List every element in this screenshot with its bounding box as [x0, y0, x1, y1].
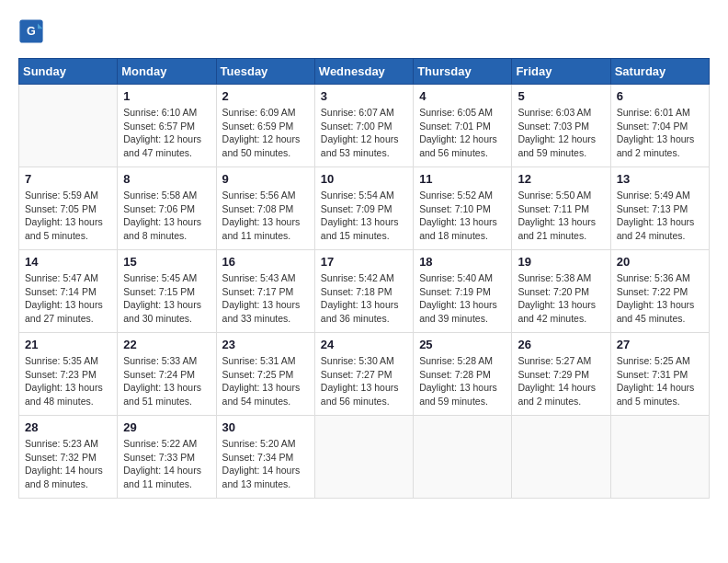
day-number: 13 — [617, 172, 703, 186]
day-number: 2 — [222, 89, 309, 103]
calendar-cell: 4Sunrise: 6:05 AMSunset: 7:01 PMDaylight… — [414, 85, 512, 167]
week-row-2: 7Sunrise: 5:59 AMSunset: 7:05 PMDaylight… — [19, 167, 710, 250]
calendar-cell: 16Sunrise: 5:43 AMSunset: 7:17 PMDayligh… — [216, 250, 314, 333]
day-info: Sunrise: 5:47 AMSunset: 7:14 PMDaylight:… — [25, 271, 111, 326]
column-header-monday: Monday — [118, 59, 216, 85]
day-number: 20 — [617, 255, 703, 269]
calendar-cell: 12Sunrise: 5:50 AMSunset: 7:11 PMDayligh… — [512, 167, 610, 250]
day-info: Sunrise: 6:05 AMSunset: 7:01 PMDaylight:… — [419, 106, 506, 160]
calendar-cell: 11Sunrise: 5:52 AMSunset: 7:10 PMDayligh… — [414, 167, 512, 250]
day-number: 29 — [123, 420, 210, 434]
day-number: 28 — [25, 420, 111, 434]
day-number: 15 — [123, 255, 210, 269]
logo-icon: G — [18, 18, 44, 44]
calendar-cell: 13Sunrise: 5:49 AMSunset: 7:13 PMDayligh… — [610, 167, 709, 250]
day-number: 26 — [518, 338, 604, 351]
calendar-cell: 14Sunrise: 5:47 AMSunset: 7:14 PMDayligh… — [19, 250, 118, 333]
calendar-cell: 15Sunrise: 5:45 AMSunset: 7:15 PMDayligh… — [118, 250, 216, 333]
day-info: Sunrise: 5:42 AMSunset: 7:18 PMDaylight:… — [321, 271, 407, 326]
day-number: 18 — [419, 255, 506, 269]
day-info: Sunrise: 5:40 AMSunset: 7:19 PMDaylight:… — [419, 271, 506, 326]
page-header: G — [18, 18, 710, 44]
day-info: Sunrise: 6:10 AMSunset: 6:57 PMDaylight:… — [123, 106, 210, 160]
day-info: Sunrise: 5:58 AMSunset: 7:06 PMDaylight:… — [123, 189, 210, 243]
calendar-cell: 6Sunrise: 6:01 AMSunset: 7:04 PMDaylight… — [610, 85, 709, 167]
calendar-cell: 22Sunrise: 5:33 AMSunset: 7:24 PMDayligh… — [118, 333, 216, 416]
week-row-4: 21Sunrise: 5:35 AMSunset: 7:23 PMDayligh… — [19, 333, 710, 416]
day-number: 6 — [617, 89, 703, 103]
day-info: Sunrise: 5:38 AMSunset: 7:20 PMDaylight:… — [518, 271, 604, 326]
calendar-cell: 7Sunrise: 5:59 AMSunset: 7:05 PMDaylight… — [19, 167, 118, 250]
column-header-tuesday: Tuesday — [216, 59, 314, 85]
day-info: Sunrise: 5:54 AMSunset: 7:09 PMDaylight:… — [321, 189, 407, 243]
day-number: 17 — [321, 255, 407, 269]
calendar-cell: 9Sunrise: 5:56 AMSunset: 7:08 PMDaylight… — [216, 167, 314, 250]
day-number: 14 — [25, 255, 111, 269]
week-row-5: 28Sunrise: 5:23 AMSunset: 7:32 PMDayligh… — [19, 416, 710, 499]
calendar-cell: 1Sunrise: 6:10 AMSunset: 6:57 PMDaylight… — [118, 85, 216, 167]
column-header-saturday: Saturday — [610, 59, 709, 85]
day-number: 3 — [321, 89, 407, 103]
day-info: Sunrise: 5:56 AMSunset: 7:08 PMDaylight:… — [222, 189, 309, 243]
calendar-cell: 30Sunrise: 5:20 AMSunset: 7:34 PMDayligh… — [216, 416, 314, 499]
day-info: Sunrise: 5:28 AMSunset: 7:28 PMDaylight:… — [419, 354, 506, 408]
calendar-cell — [512, 416, 610, 499]
logo: G — [18, 18, 48, 44]
day-number: 12 — [518, 172, 604, 186]
day-info: Sunrise: 5:23 AMSunset: 7:32 PMDaylight:… — [25, 437, 111, 491]
day-info: Sunrise: 5:22 AMSunset: 7:33 PMDaylight:… — [123, 437, 210, 491]
day-number: 23 — [222, 338, 309, 351]
day-number: 25 — [419, 338, 506, 351]
calendar-cell — [314, 416, 413, 499]
day-info: Sunrise: 5:36 AMSunset: 7:22 PMDaylight:… — [617, 271, 703, 326]
calendar-cell — [610, 416, 709, 499]
day-info: Sunrise: 5:52 AMSunset: 7:10 PMDaylight:… — [419, 189, 506, 243]
week-row-1: 1Sunrise: 6:10 AMSunset: 6:57 PMDaylight… — [19, 85, 710, 167]
day-info: Sunrise: 5:20 AMSunset: 7:34 PMDaylight:… — [222, 437, 309, 491]
calendar-cell: 5Sunrise: 6:03 AMSunset: 7:03 PMDaylight… — [512, 85, 610, 167]
calendar-cell: 20Sunrise: 5:36 AMSunset: 7:22 PMDayligh… — [610, 250, 709, 333]
calendar-table: SundayMondayTuesdayWednesdayThursdayFrid… — [18, 58, 710, 499]
day-number: 4 — [419, 89, 506, 103]
day-info: Sunrise: 5:50 AMSunset: 7:11 PMDaylight:… — [518, 189, 604, 243]
day-number: 7 — [25, 172, 111, 186]
calendar-cell: 24Sunrise: 5:30 AMSunset: 7:27 PMDayligh… — [314, 333, 413, 416]
day-info: Sunrise: 5:59 AMSunset: 7:05 PMDaylight:… — [25, 189, 111, 243]
day-info: Sunrise: 6:09 AMSunset: 6:59 PMDaylight:… — [222, 106, 309, 160]
day-info: Sunrise: 5:31 AMSunset: 7:25 PMDaylight:… — [222, 354, 309, 408]
day-info: Sunrise: 5:35 AMSunset: 7:23 PMDaylight:… — [25, 354, 111, 408]
calendar-cell: 26Sunrise: 5:27 AMSunset: 7:29 PMDayligh… — [512, 333, 610, 416]
calendar-cell — [19, 85, 118, 167]
calendar-cell: 10Sunrise: 5:54 AMSunset: 7:09 PMDayligh… — [314, 167, 413, 250]
calendar-cell: 21Sunrise: 5:35 AMSunset: 7:23 PMDayligh… — [19, 333, 118, 416]
day-number: 8 — [123, 172, 210, 186]
day-number: 21 — [25, 338, 111, 351]
svg-text:G: G — [27, 25, 36, 38]
day-info: Sunrise: 5:27 AMSunset: 7:29 PMDaylight:… — [518, 354, 604, 408]
calendar-cell: 23Sunrise: 5:31 AMSunset: 7:25 PMDayligh… — [216, 333, 314, 416]
day-number: 22 — [123, 338, 210, 351]
day-info: Sunrise: 5:49 AMSunset: 7:13 PMDaylight:… — [617, 189, 703, 243]
day-number: 30 — [222, 420, 309, 434]
day-info: Sunrise: 5:43 AMSunset: 7:17 PMDaylight:… — [222, 271, 309, 326]
day-info: Sunrise: 6:01 AMSunset: 7:04 PMDaylight:… — [617, 106, 703, 160]
day-number: 1 — [123, 89, 210, 103]
day-number: 16 — [222, 255, 309, 269]
day-number: 27 — [617, 338, 703, 351]
calendar-cell: 27Sunrise: 5:25 AMSunset: 7:31 PMDayligh… — [610, 333, 709, 416]
calendar-cell: 25Sunrise: 5:28 AMSunset: 7:28 PMDayligh… — [414, 333, 512, 416]
day-info: Sunrise: 5:45 AMSunset: 7:15 PMDaylight:… — [123, 271, 210, 326]
calendar-cell: 29Sunrise: 5:22 AMSunset: 7:33 PMDayligh… — [118, 416, 216, 499]
day-number: 10 — [321, 172, 407, 186]
day-number: 9 — [222, 172, 309, 186]
calendar-cell — [414, 416, 512, 499]
day-number: 5 — [518, 89, 604, 103]
day-info: Sunrise: 6:07 AMSunset: 7:00 PMDaylight:… — [321, 106, 407, 160]
calendar-cell: 28Sunrise: 5:23 AMSunset: 7:32 PMDayligh… — [19, 416, 118, 499]
column-header-friday: Friday — [512, 59, 610, 85]
column-header-sunday: Sunday — [19, 59, 118, 85]
calendar-cell: 19Sunrise: 5:38 AMSunset: 7:20 PMDayligh… — [512, 250, 610, 333]
calendar-cell: 18Sunrise: 5:40 AMSunset: 7:19 PMDayligh… — [414, 250, 512, 333]
day-info: Sunrise: 5:33 AMSunset: 7:24 PMDaylight:… — [123, 354, 210, 408]
calendar-cell: 3Sunrise: 6:07 AMSunset: 7:00 PMDaylight… — [314, 85, 413, 167]
